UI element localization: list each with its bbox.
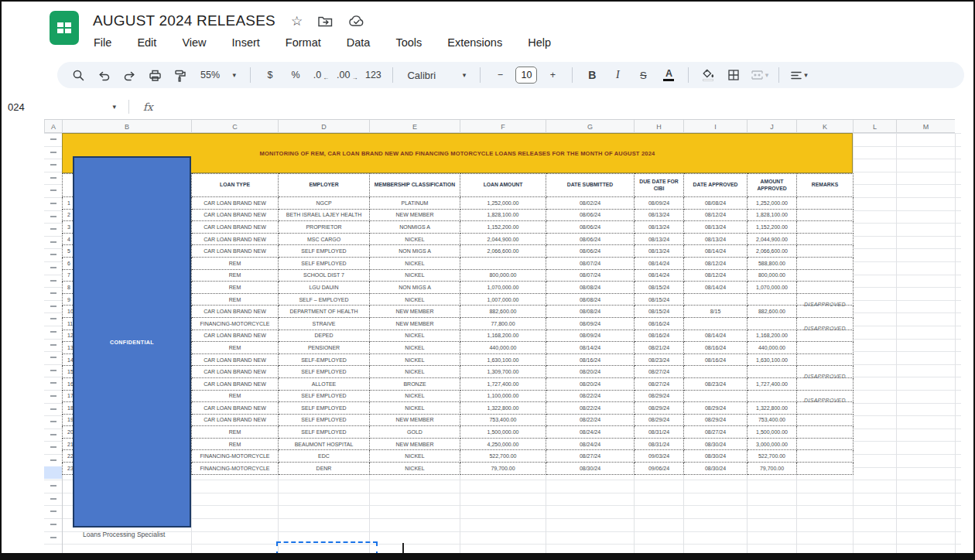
table-cell[interactable] — [797, 450, 854, 463]
table-cell[interactable]: NICKEL — [370, 293, 460, 306]
table-cell[interactable]: MSC CARGO — [279, 233, 370, 245]
table-cell[interactable]: CAR LOAN BRAND NEW — [192, 366, 279, 378]
table-cell[interactable]: 1,322,800.00 — [748, 402, 797, 415]
sheets-logo-icon[interactable] — [50, 11, 79, 45]
table-cell[interactable]: NICKEL — [370, 269, 460, 282]
table-cell[interactable]: 08/27/24 — [546, 450, 635, 463]
table-cell[interactable]: PLATINUM — [370, 197, 460, 210]
table-cell[interactable] — [797, 221, 854, 234]
table-cell[interactable]: 08/30/24 — [684, 463, 748, 475]
table-cell[interactable] — [748, 366, 797, 378]
table-cell[interactable]: NICKEL — [370, 353, 460, 366]
table-cell[interactable]: 440,000.00 — [748, 342, 797, 354]
table-cell[interactable]: NON MIGS A — [370, 245, 460, 258]
table-cell[interactable]: 08/09/24 — [546, 330, 635, 342]
undo-icon[interactable] — [94, 65, 114, 85]
table-cell[interactable]: NEW MEMBER — [370, 438, 460, 450]
table-cell[interactable]: 1,727,400.00 — [748, 377, 797, 390]
table-cell[interactable]: 08/12/24 — [684, 257, 748, 269]
table-cell[interactable]: 08/16/24 — [546, 353, 635, 366]
table-cell[interactable]: 08/24/24 — [546, 426, 635, 439]
table-cell[interactable]: NICKEL — [370, 342, 460, 354]
table-header-6[interactable]: DUE DATE FOR CIBI — [635, 174, 684, 197]
menu-data[interactable]: Data — [344, 35, 373, 50]
table-cell[interactable]: 08/27/24 — [684, 426, 748, 439]
table-cell[interactable]: 800,000.00 — [460, 269, 546, 282]
paint-format-icon[interactable] — [170, 65, 190, 85]
table-cell[interactable]: 08/29/24 — [684, 414, 748, 426]
table-cell[interactable] — [460, 257, 546, 269]
table-cell[interactable]: SELF EMPLOYED — [279, 366, 370, 378]
table-cell[interactable]: 1,168,200.00 — [460, 330, 546, 342]
table-cell[interactable]: 08/13/24 — [635, 233, 684, 245]
table-cell[interactable]: 1,828,100.00 — [748, 209, 797, 221]
table-cell[interactable] — [797, 257, 854, 269]
table-cell[interactable]: 8/15 — [684, 306, 748, 318]
table-cell[interactable]: 2,044,900.00 — [748, 233, 797, 245]
column-header-L[interactable]: L — [853, 120, 896, 133]
table-cell[interactable]: FINANCING-MOTORCYCLE — [192, 317, 279, 330]
table-cell[interactable]: 588,800.00 — [748, 257, 797, 269]
table-cell[interactable] — [797, 197, 854, 210]
print-icon[interactable] — [145, 65, 165, 85]
table-cell[interactable]: 1,500,000.00 — [460, 426, 546, 439]
table-cell[interactable]: PROPRIETOR — [279, 221, 370, 234]
table-cell[interactable]: 09/06/24 — [635, 463, 684, 475]
table-cell[interactable]: 1,252,000.00 — [460, 197, 546, 210]
table-cell[interactable]: 2,044,900.00 — [460, 233, 546, 245]
table-cell[interactable]: 08/08/24 — [546, 293, 635, 306]
table-cell[interactable]: 882,600.00 — [748, 306, 797, 318]
column-header-H[interactable]: H — [634, 120, 683, 133]
table-cell[interactable]: 753,400.00 — [748, 414, 797, 426]
table-cell[interactable]: 08/06/24 — [546, 245, 635, 258]
table-cell[interactable] — [797, 282, 854, 294]
text-color-button[interactable]: A — [659, 65, 679, 85]
table-cell[interactable]: NEW MEMBER — [370, 414, 460, 426]
star-icon[interactable]: ☆ — [291, 13, 303, 29]
table-cell[interactable]: REM — [192, 426, 279, 439]
table-cell[interactable]: DENR — [279, 463, 370, 475]
font-select[interactable]: Calibri ▾ — [402, 65, 470, 85]
table-cell[interactable] — [797, 306, 854, 318]
table-cell[interactable]: 08/27/24 — [635, 366, 684, 378]
column-header-K[interactable]: K — [796, 120, 853, 133]
table-cell[interactable]: 08/14/24 — [635, 269, 684, 282]
table-cell[interactable] — [797, 353, 854, 366]
table-cell[interactable] — [797, 245, 854, 258]
table-cell[interactable] — [797, 438, 854, 450]
table-cell[interactable]: 08/15/24 — [635, 293, 684, 306]
table-cell[interactable] — [748, 293, 797, 306]
table-cell[interactable] — [748, 317, 797, 330]
table-cell[interactable]: NICKEL — [370, 402, 460, 415]
table-cell[interactable]: 08/31/24 — [635, 438, 684, 450]
table-cell[interactable]: CAR LOAN BRAND NEW — [192, 233, 279, 245]
table-cell[interactable] — [797, 377, 854, 390]
table-cell[interactable]: 08/13/24 — [635, 221, 684, 234]
table-cell[interactable]: CAR LOAN BRAND NEW — [192, 197, 279, 210]
table-cell[interactable]: 08/29/24 — [635, 414, 684, 426]
table-cell[interactable]: 1,322,800.00 — [460, 402, 546, 415]
column-header-F[interactable]: F — [460, 120, 546, 133]
table-cell[interactable]: 753,400.00 — [460, 414, 546, 426]
table-cell[interactable]: 08/30/24 — [684, 438, 748, 450]
fill-color-button[interactable] — [698, 65, 718, 85]
table-cell[interactable]: 1,727,400.00 — [460, 377, 546, 390]
table-cell[interactable]: 08/13/24 — [635, 209, 684, 221]
table-cell[interactable]: 08/21/24 — [635, 342, 684, 354]
bold-button[interactable]: B — [582, 65, 602, 85]
increase-font-size-button[interactable]: + — [542, 65, 563, 85]
zoom-select[interactable]: 55% ▾ — [196, 65, 241, 85]
table-cell[interactable]: 79,700.00 — [748, 463, 797, 475]
table-cell[interactable]: ALLOTEE — [279, 377, 370, 390]
signature-cell[interactable]: Loans Processing Specialist — [83, 531, 165, 538]
merge-cells-button[interactable]: ▾ — [749, 65, 769, 85]
table-cell[interactable]: 08/15/24 — [635, 306, 684, 318]
menu-tools[interactable]: Tools — [393, 35, 424, 50]
table-cell[interactable]: REM — [192, 269, 279, 282]
format-percent-button[interactable]: % — [286, 65, 306, 85]
table-cell[interactable]: 882,600.00 — [460, 306, 546, 318]
table-cell[interactable]: 522,700.00 — [460, 450, 546, 463]
table-cell[interactable] — [797, 463, 854, 475]
menu-insert[interactable]: Insert — [230, 35, 262, 50]
table-cell[interactable]: CAR LOAN BRAND NEW — [192, 245, 279, 258]
